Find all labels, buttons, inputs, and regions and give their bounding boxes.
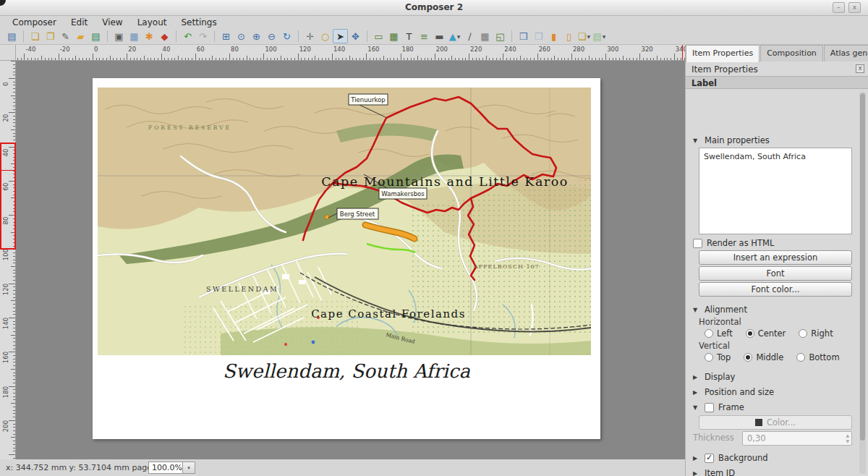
display-group-header[interactable]: ▶ Display xyxy=(693,372,735,382)
raise-items-button[interactable]: ❏▼ xyxy=(576,29,592,43)
ruler-tick xyxy=(489,58,490,61)
valign-top-radio[interactable]: Top xyxy=(705,352,731,362)
frame-checkbox[interactable] xyxy=(705,403,714,412)
export-pdf-button[interactable]: ◆ xyxy=(157,29,172,43)
render-as-html-checkbox[interactable] xyxy=(693,239,702,248)
ruler-tick xyxy=(171,58,172,61)
alignment-group-header[interactable]: ▼ Alignment xyxy=(693,305,747,315)
composition-page[interactable]: FOREST RESERVE APPELBOSCH 167 SWELLENDAM… xyxy=(93,78,600,439)
callout-wamakersbos: Wamakersbos xyxy=(381,190,425,197)
panel-close-icon[interactable]: x xyxy=(856,64,864,73)
add-table-button[interactable]: ▦ xyxy=(477,29,493,43)
valign-bottom-radio[interactable]: Bottom xyxy=(796,352,839,362)
move-item-content-button[interactable]: ✥ xyxy=(348,29,363,43)
zoom-tool-button[interactable]: ○ xyxy=(318,29,333,43)
label-text-input[interactable] xyxy=(699,148,852,234)
add-html-button[interactable]: ◱ xyxy=(493,29,508,43)
undo-button[interactable]: ↶ xyxy=(180,29,195,43)
menu-view[interactable]: View xyxy=(95,17,129,28)
add-label-button[interactable]: T xyxy=(401,29,417,43)
background-group-header[interactable]: ▶ Background xyxy=(693,453,768,463)
halign-right-radio[interactable]: Right xyxy=(799,328,833,339)
zoom-out-button[interactable]: ⊖ xyxy=(264,29,279,43)
ruler-tick xyxy=(520,56,521,60)
composer-manager-button[interactable]: ✎ xyxy=(58,29,73,43)
frame-group-header[interactable]: ▼ Frame xyxy=(693,402,744,412)
panel-scrollbar-thumb[interactable] xyxy=(860,93,865,441)
map-item[interactable]: FOREST RESERVE APPELBOSCH 167 SWELLENDAM… xyxy=(98,88,591,355)
lock-items-button[interactable]: ▮ xyxy=(546,29,561,43)
halign-center-radio[interactable]: Center xyxy=(746,328,786,339)
refresh-view-button[interactable]: ↻ xyxy=(279,29,294,43)
tab-atlas-generation[interactable]: Atlas generation xyxy=(824,45,868,61)
zoom-dropdown-arrow[interactable]: ▾ xyxy=(183,462,195,474)
add-scalebar-button[interactable]: ▬ xyxy=(432,29,447,43)
position-size-group-header[interactable]: ▶ Position and size xyxy=(693,387,774,397)
composer-canvas[interactable]: FOREST RESERVE APPELBOSCH 167 SWELLENDAM… xyxy=(16,61,685,459)
save-template-button[interactable]: ▤ xyxy=(88,29,103,43)
ruler-label: 0 xyxy=(94,46,98,53)
add-legend-button[interactable]: ≡ xyxy=(417,29,432,43)
minimize-button[interactable]: – xyxy=(833,2,845,13)
ruler-tick xyxy=(13,85,16,85)
ruler-cursor-marker xyxy=(682,45,683,60)
background-checkbox[interactable] xyxy=(705,454,714,463)
insert-expression-button[interactable]: Insert an expression xyxy=(699,250,852,265)
unlock-items-button[interactable]: ▯ xyxy=(561,29,576,43)
valign-middle-radio[interactable]: Middle xyxy=(744,352,783,362)
zoom-level-combo[interactable]: 100.0% ▾ xyxy=(148,462,195,474)
ruler-tick xyxy=(247,56,247,60)
menu-settings[interactable]: Settings xyxy=(174,17,223,28)
export-image-button[interactable]: ▦ xyxy=(127,29,142,43)
save-project-button[interactable]: ▤ xyxy=(4,29,20,43)
zoom-actual-button[interactable]: ⊙ xyxy=(234,29,249,43)
zoom-full-button[interactable]: ⊞ xyxy=(218,29,234,43)
zoom-level-value[interactable]: 100.0% xyxy=(148,462,183,474)
menu-layout[interactable]: Layout xyxy=(131,17,174,28)
ungroup-items-button[interactable]: ❒ xyxy=(531,29,546,43)
collapse-triangle-icon: ▶ xyxy=(693,455,700,462)
ruler-tick xyxy=(551,58,552,61)
redo-button[interactable]: ↷ xyxy=(195,29,210,43)
frame-color-button[interactable]: Color... xyxy=(699,415,852,430)
export-svg-button[interactable]: ✱ xyxy=(142,29,157,43)
add-image-button[interactable]: ▦ xyxy=(386,29,401,43)
add-shape-button[interactable]: ▲▼ xyxy=(447,29,462,43)
align-items-button[interactable]: ▤▼ xyxy=(592,29,607,43)
save-project-icon: ▤ xyxy=(7,32,16,41)
ruler-tick xyxy=(86,58,87,61)
ruler-tick xyxy=(298,54,299,60)
menu-composer[interactable]: Composer xyxy=(6,17,63,28)
font-color-button[interactable]: Font color... xyxy=(699,282,852,297)
tab-item-properties[interactable]: Item Properties xyxy=(686,45,760,62)
group-items-button[interactable]: ❒ xyxy=(516,29,531,43)
font-button[interactable]: Font xyxy=(699,266,852,281)
ruler-label: 200 xyxy=(2,417,9,435)
ruler-tick xyxy=(13,345,16,346)
render-as-html-row[interactable]: Render as HTML xyxy=(693,238,774,248)
panel-scrollbar[interactable] xyxy=(859,92,866,474)
open-template-button[interactable]: ▰ xyxy=(73,29,88,43)
add-arrow-button[interactable]: ∕ xyxy=(462,29,477,43)
halign-left-radio[interactable]: Left xyxy=(705,328,733,339)
label-item-title[interactable]: Swellendam, South Africa xyxy=(93,360,600,382)
menu-edit[interactable]: Edit xyxy=(64,17,94,28)
ruler-tick xyxy=(13,410,16,411)
duplicate-composer-button[interactable]: ❐ xyxy=(43,29,58,43)
select-move-item-button[interactable]: ➤ xyxy=(333,29,348,43)
tab-composition[interactable]: Composition xyxy=(760,45,823,61)
thickness-spinbox[interactable]: 0,30 ▲▼ xyxy=(742,431,852,446)
ruler-tick xyxy=(363,58,364,61)
new-composer-button[interactable]: ❏ xyxy=(27,29,43,43)
ruler-tick xyxy=(13,448,16,449)
spinner-arrows-icon[interactable]: ▲▼ xyxy=(846,433,849,444)
add-map-button[interactable]: ▭ xyxy=(371,29,386,43)
close-button[interactable]: x xyxy=(848,2,861,13)
pan-button[interactable]: ✛ xyxy=(302,29,318,43)
main-properties-group-header[interactable]: ▼ Main properties xyxy=(693,135,770,145)
ruler-tick xyxy=(219,58,220,61)
item-id-group-header[interactable]: ▶ Item ID xyxy=(693,468,735,476)
print-button[interactable]: ▣ xyxy=(111,29,127,43)
zoom-in-button[interactable]: ⊕ xyxy=(249,29,264,43)
ruler-tick xyxy=(390,58,391,61)
